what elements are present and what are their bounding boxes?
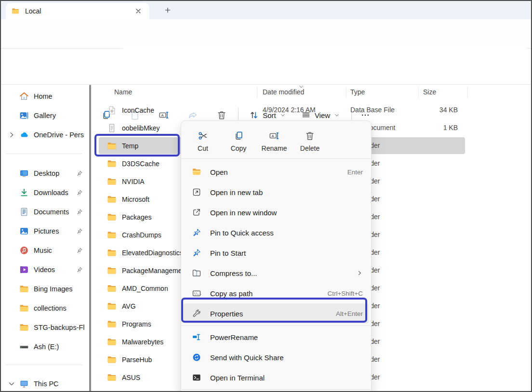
pin-icon (192, 248, 201, 258)
sidebar-item-music[interactable]: Music (0, 241, 89, 260)
menu-item-open-in-new-window[interactable]: Open in new window (184, 202, 369, 222)
sidebar-item-onedrive[interactable]: OneDrive - Pers (0, 125, 89, 144)
folder-icon (19, 284, 29, 294)
folder-icon (107, 195, 117, 204)
onedrive-cloud-icon (19, 130, 29, 140)
column-header-name[interactable]: Name (114, 88, 132, 96)
folder-icon (107, 177, 117, 186)
menu-item-open[interactable]: Open Enter (184, 162, 369, 182)
powerrename-icon (192, 332, 201, 342)
database-file-icon (107, 105, 117, 115)
shortcut-label: Enter (347, 169, 363, 176)
tab-close-button[interactable] (133, 6, 144, 16)
folder-icon (107, 212, 117, 222)
folder-icon (107, 266, 117, 275)
folder-icon (107, 159, 117, 169)
rename-button[interactable]: Rename (259, 125, 289, 157)
menu-item-powerrename[interactable]: PowerRename (184, 327, 369, 347)
sidebar-item-pictures[interactable]: Pictures (0, 222, 89, 241)
menu-item-compress-to[interactable]: Compress to... (184, 263, 369, 283)
downloads-icon (19, 188, 29, 197)
file-row-iconcache[interactable]: IconCache 4/9/2024 2:16 AM Data Base Fil… (92, 101, 532, 119)
sidebar-item-videos[interactable]: Videos (0, 260, 89, 279)
menu-item-send-with-quick-share[interactable]: Send with Quick Share (184, 347, 369, 367)
copy-icon (233, 131, 244, 141)
sidebar-item-desktop[interactable]: Desktop (0, 164, 89, 183)
menu-separator (182, 158, 371, 159)
folder-icon (107, 230, 117, 240)
tab-local[interactable]: Local (6, 3, 149, 19)
delete-button[interactable]: Delete (295, 125, 325, 157)
desktop-icon (19, 169, 29, 178)
column-headers: Name Date modified Type Size (92, 85, 532, 99)
menu-item-open-in-terminal[interactable]: Open in Terminal (184, 367, 369, 388)
pin-icon (76, 266, 83, 273)
sidebar-item-stg-backups[interactable]: STG-backups-Fl (0, 318, 89, 337)
document-file-icon (107, 123, 117, 133)
folder-icon (107, 391, 117, 392)
documents-icon (19, 207, 29, 217)
column-header-type[interactable]: Type (350, 88, 365, 96)
quick-share-icon (192, 353, 201, 362)
folder-icon (12, 7, 19, 15)
folder-icon (19, 303, 29, 313)
sidebar-item-downloads[interactable]: Downloads (0, 183, 89, 202)
folder-icon (19, 323, 29, 332)
open-new-tab-icon (192, 187, 201, 197)
menu-item-pin-to-quick-access[interactable]: Pin to Quick access (184, 222, 369, 243)
shortcut-label: Ctrl+Shift+C (327, 290, 363, 297)
trash-icon (305, 131, 315, 141)
sidebar-item-collections[interactable]: collections (0, 299, 89, 318)
this-pc-icon (19, 379, 29, 389)
pin-icon (76, 209, 83, 215)
folder-icon (107, 337, 117, 347)
pin-icon (192, 228, 201, 237)
column-header-size[interactable]: Size (423, 88, 436, 96)
pin-icon (76, 247, 83, 254)
close-icon (134, 7, 142, 15)
menu-separator (182, 389, 371, 390)
vertical-scrollbar[interactable] (89, 85, 91, 392)
chevron-right-icon (8, 131, 15, 139)
tab-title: Local (25, 7, 41, 15)
menu-item-properties[interactable]: Properties Alt+Enter (184, 303, 369, 324)
sidebar-item-bing-images[interactable]: Bing Images (0, 279, 89, 299)
pin-icon (76, 228, 83, 235)
drive-icon (19, 342, 29, 352)
navigation-pane: Home Gallery OneDrive - Pers Desktop Dow… (0, 85, 89, 392)
sidebar-item-gallery[interactable]: Gallery (0, 106, 89, 125)
context-menu: Cut Copy Rename Delete Open Enter (181, 120, 372, 392)
menu-item-open-in-new-tab[interactable]: Open in new tab (184, 182, 369, 202)
copy-button[interactable]: Copy (224, 125, 253, 157)
folder-icon (107, 319, 117, 329)
menu-item-copy-as-path[interactable]: Copy as path Ctrl+Shift+C (184, 283, 369, 303)
sidebar-item-this-pc[interactable]: This PC (0, 374, 89, 392)
command-toolbar: New Sort View (0, 49, 532, 85)
folder-icon (107, 284, 117, 293)
shortcut-label: Alt+Enter (336, 310, 363, 317)
folder-icon (107, 373, 117, 382)
rename-icon (269, 131, 279, 141)
music-icon (19, 246, 29, 255)
sidebar-divider (6, 154, 82, 154)
file-explorer-window: Local This PC Local Disk (C:) (0, 0, 532, 392)
menu-item-pin-to-start[interactable]: Pin to Start (184, 243, 369, 263)
folder-icon (107, 301, 117, 311)
cut-button[interactable]: Cut (188, 125, 218, 157)
folder-icon (107, 355, 117, 365)
sidebar-item-ash-drive[interactable]: Ash (E:) (0, 337, 89, 356)
new-tab-button[interactable] (162, 4, 173, 16)
column-header-date-modified[interactable]: Date modified (263, 88, 304, 96)
gallery-icon (19, 111, 29, 120)
zip-folder-icon (192, 268, 201, 278)
pin-icon (76, 170, 83, 177)
videos-icon (19, 265, 29, 274)
sidebar-item-documents[interactable]: Documents (0, 202, 89, 222)
pictures-icon (19, 226, 29, 236)
submenu-chevron-icon (356, 270, 363, 276)
folder-icon (107, 141, 117, 151)
chevron-down-icon (8, 380, 15, 388)
quick-actions-row: Cut Copy Rename Delete (181, 121, 371, 157)
sidebar-item-home[interactable]: Home (0, 87, 89, 106)
open-folder-icon (192, 167, 201, 177)
